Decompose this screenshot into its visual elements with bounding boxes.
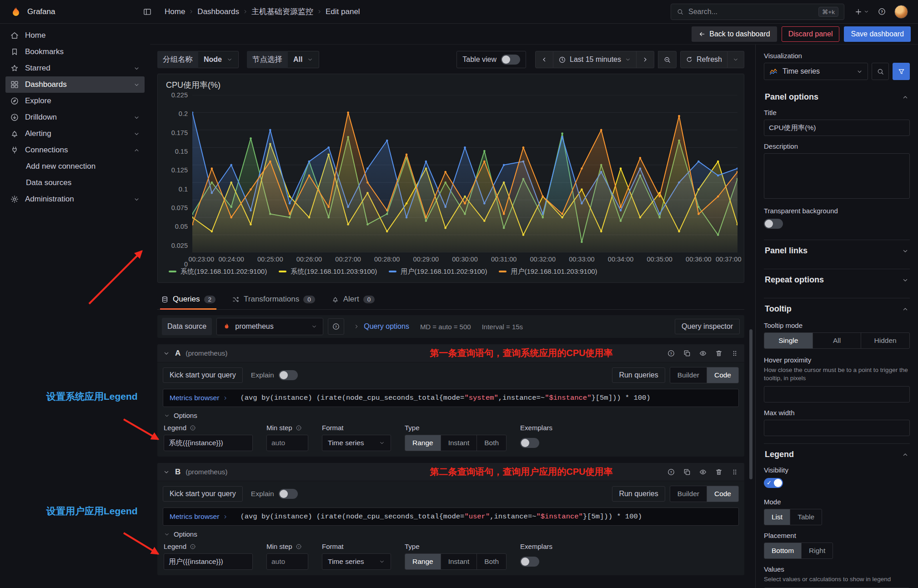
query-options-collapse[interactable]: Options <box>157 526 744 539</box>
breadcrumb-item[interactable]: 主机基础资源监控 <box>251 6 313 17</box>
legend-visibility-toggle[interactable]: ✓ <box>764 478 783 488</box>
breadcrumb-item[interactable]: Dashboards <box>197 7 239 16</box>
transparent-bg-toggle[interactable] <box>764 219 783 229</box>
visualization-picker[interactable]: Time series <box>764 63 868 80</box>
min-step-input[interactable] <box>266 435 308 451</box>
query-header-b[interactable]: B (prometheus) 第二条查询语句，查询用户应用的CPU使用率 ? <box>157 463 744 481</box>
drag-handle-icon[interactable] <box>731 468 739 476</box>
filter-suggestions-button[interactable] <box>893 63 910 80</box>
table-view-toggle[interactable] <box>501 55 520 65</box>
sidebar-item-bookmarks[interactable]: Bookmarks <box>5 44 145 60</box>
option-bottom[interactable]: Bottom <box>764 543 802 558</box>
breadcrumb-item[interactable]: Home <box>165 7 185 16</box>
search-visualization-button[interactable] <box>872 63 889 80</box>
sidebar-item-alerting[interactable]: Alerting <box>5 126 145 142</box>
legend-format-input[interactable] <box>164 553 253 570</box>
option-code[interactable]: Code <box>707 486 738 502</box>
duplicate-query-icon[interactable] <box>683 349 691 357</box>
option-hidden[interactable]: Hidden <box>861 333 909 348</box>
hide-query-icon[interactable] <box>699 468 707 476</box>
sidebar-item-data-sources[interactable]: Data sources <box>5 175 145 191</box>
section-panel-links[interactable]: Panel links <box>764 240 910 261</box>
panel-description-input[interactable] <box>764 153 910 199</box>
query-options-collapse[interactable]: Options <box>157 407 744 420</box>
run-queries-button[interactable]: Run queries <box>612 367 665 383</box>
exemplars-toggle[interactable] <box>520 557 539 567</box>
query-header-a[interactable]: A (prometheus) 第一条查询语句，查询系统应用的CPU使用率 ? <box>157 344 744 362</box>
tab-transformations[interactable]: Transformations0 <box>231 290 316 309</box>
explain-toggle[interactable] <box>279 370 298 380</box>
section-tooltip[interactable]: Tooltip <box>764 298 910 320</box>
option-range[interactable]: Range <box>405 554 441 569</box>
option-instant[interactable]: Instant <box>441 554 477 569</box>
kick-start-query-button[interactable]: Kick start your query <box>163 486 243 502</box>
section-legend[interactable]: Legend <box>764 443 910 465</box>
option-table[interactable]: Table <box>790 509 822 525</box>
max-width-input[interactable] <box>764 420 910 436</box>
datasource-picker[interactable]: prometheus <box>216 318 323 335</box>
hide-query-icon[interactable] <box>699 349 707 357</box>
delete-query-icon[interactable] <box>715 349 723 357</box>
legend-item[interactable]: 系统(192.168.101.203:9100) <box>279 267 377 276</box>
option-builder[interactable]: Builder <box>670 367 707 383</box>
kick-start-query-button[interactable]: Kick start your query <box>163 367 243 383</box>
legend-item[interactable]: 用户(192.168.101.202:9100) <box>389 267 487 276</box>
legend-item[interactable]: 系统(192.168.101.202:9100) <box>169 267 267 276</box>
time-range-picker[interactable]: Last 15 minutes <box>553 51 637 68</box>
zoom-out-button[interactable] <box>658 51 677 68</box>
variable-group-dropdown[interactable]: Node <box>198 51 239 68</box>
hover-proximity-input[interactable] <box>764 386 910 402</box>
tab-queries[interactable]: Queries2 <box>160 290 216 309</box>
time-shift-back-button[interactable] <box>535 51 553 68</box>
grafana-logo-icon[interactable] <box>10 6 22 18</box>
sidebar-item-drilldown[interactable]: Drilldown <box>5 109 145 126</box>
section-panel-options[interactable]: Panel options <box>764 86 910 108</box>
query-help-icon[interactable]: ? <box>667 349 675 357</box>
legend-item[interactable]: 用户(192.168.101.203:9100) <box>499 267 597 276</box>
format-select[interactable]: Time series <box>322 553 391 570</box>
option-single[interactable]: Single <box>764 333 813 348</box>
option-builder[interactable]: Builder <box>670 486 707 502</box>
delete-query-icon[interactable] <box>715 468 723 476</box>
duplicate-query-icon[interactable] <box>683 468 691 476</box>
search-box[interactable]: ⌘+k <box>671 4 844 20</box>
option-list[interactable]: List <box>764 509 790 525</box>
discard-panel-button[interactable]: Discard panel <box>782 26 840 42</box>
query-options-toggle[interactable]: Query options <box>353 322 409 331</box>
search-input[interactable] <box>688 8 814 16</box>
promql-expression[interactable]: (avg by(instance) (irate(node_cpu_second… <box>240 394 650 402</box>
query-inspector-button[interactable]: Query inspector <box>675 319 740 334</box>
refresh-button[interactable]: Refresh <box>680 51 727 68</box>
promql-expression[interactable]: (avg by(instance) (irate(node_cpu_second… <box>240 513 642 521</box>
scrollbar-thumb[interactable] <box>749 329 752 479</box>
sidebar-item-add-new-connection[interactable]: Add new connection <box>5 158 145 175</box>
option-all[interactable]: All <box>813 333 862 348</box>
refresh-interval-dropdown[interactable] <box>727 51 744 68</box>
query-help-icon[interactable]: ? <box>667 468 675 476</box>
section-repeat-options[interactable]: Repeat options <box>764 269 910 291</box>
time-shift-forward-button[interactable] <box>637 51 654 68</box>
dock-sidebar-icon[interactable] <box>143 7 152 16</box>
sidebar-item-administration[interactable]: Administration <box>5 191 145 207</box>
explain-toggle[interactable] <box>279 489 298 499</box>
sidebar-item-connections[interactable]: Connections <box>5 142 145 158</box>
datasource-help-button[interactable]: ? <box>328 318 344 335</box>
format-select[interactable]: Time series <box>322 435 391 451</box>
chart-plot[interactable] <box>192 95 737 252</box>
sidebar-item-home[interactable]: Home <box>5 27 145 44</box>
sidebar-item-dashboards[interactable]: Dashboards <box>5 76 145 93</box>
user-avatar[interactable] <box>894 5 908 19</box>
min-step-input[interactable] <box>266 553 308 570</box>
new-button[interactable] <box>854 8 869 16</box>
run-queries-button[interactable]: Run queries <box>612 486 665 502</box>
sidebar-item-starred[interactable]: Starred <box>5 60 145 76</box>
variable-node-dropdown[interactable]: All <box>288 51 319 68</box>
save-dashboard-button[interactable]: Save dashboard <box>844 26 911 42</box>
tab-alert[interactable]: Alert0 <box>331 290 376 309</box>
option-code[interactable]: Code <box>707 367 738 383</box>
legend-format-input[interactable] <box>164 435 253 451</box>
sidebar-item-explore[interactable]: Explore <box>5 93 145 109</box>
help-button[interactable]: ? <box>878 7 886 16</box>
breadcrumb-item[interactable]: Edit panel <box>326 7 360 16</box>
panel-title-input[interactable] <box>764 120 910 136</box>
